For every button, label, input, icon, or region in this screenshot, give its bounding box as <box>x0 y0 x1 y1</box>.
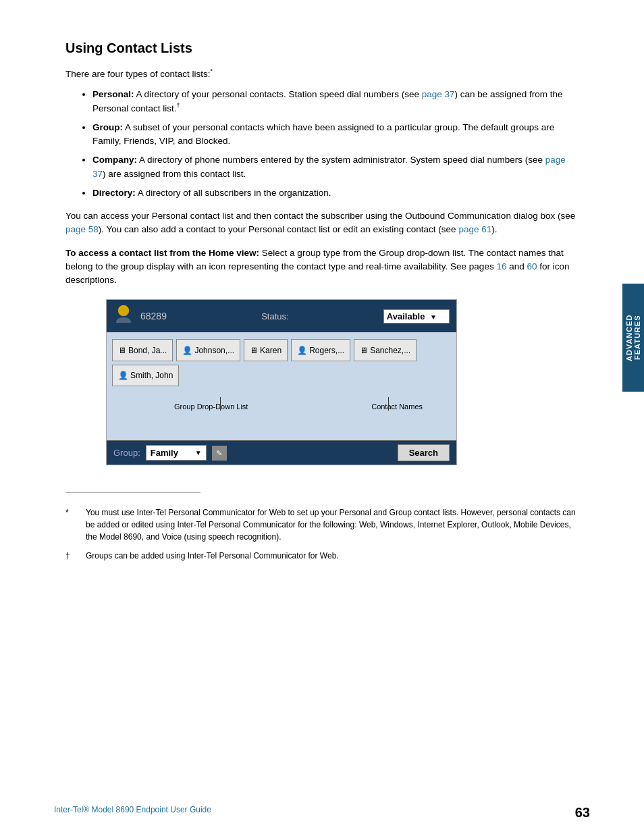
bullet-company: Company: A directory of phone numbers en… <box>92 153 579 181</box>
link-page61[interactable]: page 61 <box>458 224 491 234</box>
contact-rogers[interactable]: 👤 Rogers,... <box>291 339 350 361</box>
bullet-company-text: A directory of phone numbers entered by … <box>139 155 545 165</box>
intro-paragraph: There are four types of contact lists:* <box>65 67 579 81</box>
contact-smith-icon: 👤 <box>118 371 128 380</box>
footer-left: Inter-Tel® Model 8690 Endpoint User Guid… <box>54 805 211 820</box>
footnote-star-symbol: * <box>65 506 79 543</box>
status-value: Available <box>387 311 425 321</box>
annotation-group-label: Group Drop-Down List <box>174 402 248 411</box>
page-title: Using Contact Lists <box>65 41 579 56</box>
contact-smith[interactable]: 👤 Smith, John <box>112 365 179 387</box>
annotation-group-line <box>220 397 221 411</box>
footnote-divider <box>65 492 200 493</box>
link-page58[interactable]: page 58 <box>65 224 99 234</box>
contacts-grid: 🖥 Bond, Ja... 👤 Johnson,... 🖥 Karen 👤 Ro… <box>107 332 456 393</box>
contact-karen-icon: 🖥 <box>250 346 258 355</box>
contact-johnson-name: Johnson,... <box>194 346 234 355</box>
bullet-group-label: Group: <box>92 122 123 132</box>
annotation-contacts-line <box>388 397 389 411</box>
group-dropdown-arrow: ▼ <box>195 449 202 457</box>
instruction-text2: and <box>506 261 527 271</box>
user-avatar-icon <box>113 304 134 328</box>
bullet-directory: Directory: A directory of all subscriber… <box>92 186 579 200</box>
annotation-contacts-label: Contact Names <box>371 402 423 411</box>
bullet-group: Group: A subset of your personal contact… <box>92 121 579 149</box>
bullet-personal-label: Personal: <box>92 89 134 99</box>
group-label: Group: <box>113 448 140 458</box>
bullet-company-text2: ) are assigned from this contact list. <box>103 169 246 179</box>
footnote-dagger-symbol: † <box>65 550 79 562</box>
access-text1: You can access your Personal contact lis… <box>65 211 575 221</box>
contact-rogers-icon: 👤 <box>297 346 307 355</box>
bullet-group-text: A subset of your personal contacts which… <box>92 122 554 146</box>
access-paragraph: You can access your Personal contact lis… <box>65 209 579 237</box>
footnote-dagger-text: Groups can be added using Inter-Tel Pers… <box>86 550 339 562</box>
contact-karen-name: Karen <box>260 346 281 355</box>
search-button[interactable]: Search <box>398 444 450 461</box>
intro-text: There are four types of contact lists: <box>65 69 211 79</box>
screenshot-bottom-bar: Group: Family ▼ ✎ Search <box>107 440 456 465</box>
bullet-personal-sup: † <box>177 102 180 109</box>
bullet-company-label: Company: <box>92 155 137 165</box>
contact-sanchez[interactable]: 🖥 Sanchez,... <box>354 339 417 361</box>
contact-sanchez-name: Sanchez,... <box>370 346 410 355</box>
bullet-personal-text: A directory of your personal contacts. S… <box>136 89 422 99</box>
page-footer: Inter-Tel® Model 8690 Endpoint User Guid… <box>0 805 644 820</box>
advanced-features-tab: ADVANCED FEATURES <box>622 284 644 392</box>
status-dropdown[interactable]: Available ▼ <box>383 309 450 323</box>
contact-rogers-name: Rogers,... <box>309 346 344 355</box>
contact-bond-name: Bond, Ja... <box>128 346 167 355</box>
screenshot: 68289 Status: Available ▼ 🖥 Bond, Ja... … <box>106 299 457 465</box>
status-dropdown-arrow: ▼ <box>430 313 437 321</box>
contact-bond-icon: 🖥 <box>118 346 126 355</box>
page-number: 63 <box>575 805 590 820</box>
footnote-star-text: You must use Inter-Tel Personal Communic… <box>86 506 579 543</box>
intro-superscript: * <box>211 68 213 74</box>
extension-number: 68289 <box>140 311 167 321</box>
group-dropdown[interactable]: Family ▼ <box>146 445 207 461</box>
bullet-personal: Personal: A directory of your personal c… <box>92 88 579 115</box>
access-text2: ). You can also add a contact to your Pe… <box>99 224 459 234</box>
instruction-paragraph: To access a contact list from the Home v… <box>65 246 579 288</box>
svg-point-2 <box>118 305 129 316</box>
contact-johnson[interactable]: 👤 Johnson,... <box>176 339 240 361</box>
contact-smith-name: Smith, John <box>130 371 173 380</box>
status-label-text: Status: <box>173 311 377 321</box>
contact-sanchez-icon: 🖥 <box>360 346 368 355</box>
footnote-dagger: † Groups can be added using Inter-Tel Pe… <box>65 550 579 562</box>
link-page16[interactable]: 16 <box>496 261 506 271</box>
bullet-directory-label: Directory: <box>92 188 136 198</box>
instruction-bold: To access a contact list from the Home v… <box>65 248 259 258</box>
group-value: Family <box>151 448 178 458</box>
bullet-directory-text: A directory of all subscribers in the or… <box>138 188 331 198</box>
contact-bond[interactable]: 🖥 Bond, Ja... <box>112 339 173 361</box>
contact-johnson-icon: 👤 <box>182 346 192 355</box>
contact-karen[interactable]: 🖥 Karen <box>244 339 288 361</box>
link-page37-personal[interactable]: page 37 <box>422 89 455 99</box>
screenshot-top-bar: 68289 Status: Available ▼ <box>107 300 456 332</box>
link-page60[interactable]: 60 <box>527 261 537 271</box>
footnote-star: * You must use Inter-Tel Personal Commun… <box>65 506 579 543</box>
footnotes: * You must use Inter-Tel Personal Commun… <box>65 502 579 562</box>
contact-types-list: Personal: A directory of your personal c… <box>92 88 579 200</box>
annotation-area: Group Drop-Down List Contact Names <box>107 393 456 440</box>
access-text3: ). <box>491 224 497 234</box>
edit-contacts-icon[interactable]: ✎ <box>212 446 227 461</box>
